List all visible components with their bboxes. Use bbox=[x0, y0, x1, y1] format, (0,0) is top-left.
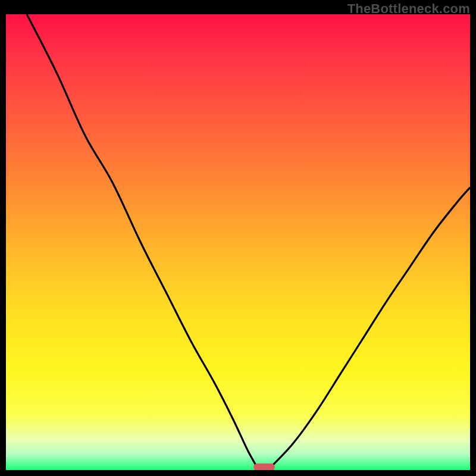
bottleneck-curve bbox=[6, 14, 470, 470]
watermark-text: TheBottleneck.com bbox=[347, 1, 470, 17]
minimum-marker bbox=[253, 464, 275, 470]
curve-left-branch bbox=[27, 14, 256, 465]
curve-right-branch bbox=[273, 187, 470, 465]
plot-area bbox=[6, 14, 470, 470]
chart-frame: TheBottleneck.com bbox=[0, 0, 476, 476]
